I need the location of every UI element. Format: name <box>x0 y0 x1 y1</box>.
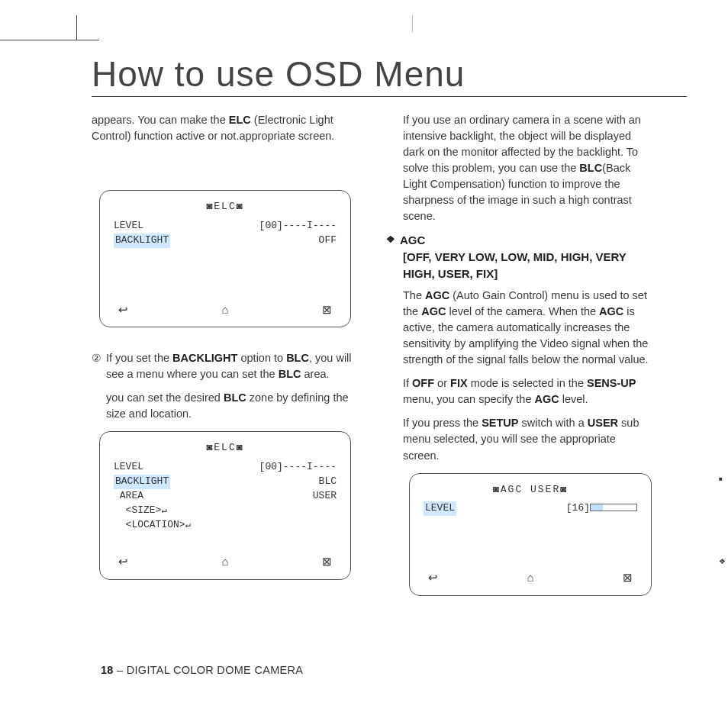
osd-backlight-value: OFF <box>319 234 337 248</box>
close-icon: ⊠ <box>322 301 332 318</box>
osd-backlight-value: BLC <box>319 475 337 489</box>
osd-backlight-label: BACKLIGHT <box>114 234 170 248</box>
diamond-icon: ❖ <box>386 232 395 249</box>
agc-options: [OFF, VERY LOW, LOW, MID, HIGH, VERY HIG… <box>403 249 653 282</box>
crop-mark-horizontal-left <box>0 40 99 40</box>
agc-label: AGC <box>400 232 425 249</box>
back-icon: ↩ <box>428 569 438 586</box>
agc-text-3: If you press the SETUP switch with a USE… <box>403 415 653 463</box>
enter-icon <box>161 504 166 516</box>
osd-title: ◙ELC◙ <box>114 441 337 456</box>
osd-elc-blc: ◙ELC◙ LEVEL [00]----I---- BACKLIGHT BLC … <box>99 431 351 580</box>
osd-level-value: [16] <box>566 501 637 516</box>
osd-level-value: [00]----I---- <box>259 460 337 475</box>
text: appears. You can make the <box>92 114 229 126</box>
home-icon: ⌂ <box>221 553 228 570</box>
close-icon: ⊠ <box>322 553 332 570</box>
osd-level-label: LEVEL <box>424 501 456 516</box>
close-icon: ⊠ <box>623 569 633 586</box>
home-icon: ⌂ <box>221 301 228 318</box>
step-2: ② If you set the BACKLIGHT option to BLC… <box>92 350 359 430</box>
osd-area-value: USER <box>313 489 337 504</box>
partial-right-item-2 <box>719 553 728 561</box>
page-number: 18 <box>101 664 114 676</box>
blc-explain-text: If you use an ordinary camera in a scene… <box>403 112 653 224</box>
osd-level-label: LEVEL <box>114 219 143 234</box>
crop-mark-vertical-mid <box>412 15 413 32</box>
elc-intro-text: appears. You can make the ELC (Electroni… <box>92 112 359 144</box>
osd-elc-off: ◙ELC◙ LEVEL [00]----I---- BACKLIGHT OFF … <box>99 190 351 327</box>
osd-area-label: AREA <box>114 489 143 504</box>
step2-text-1: If you set the BACKLIGHT option to BLC, … <box>106 350 359 382</box>
osd-level-label: LEVEL <box>114 460 143 475</box>
osd-title: ◙ELC◙ <box>114 200 337 214</box>
back-icon: ↩ <box>118 301 128 318</box>
back-icon: ↩ <box>118 553 128 570</box>
osd-location-label: <LOCATION> <box>114 518 191 533</box>
footer-doc-title: – DIGITAL COLOR DOME CAMERA <box>114 664 304 676</box>
osd-title: ◙AGC USER◙ <box>424 483 637 498</box>
agc-section-head: ❖ AGC <box>386 232 653 249</box>
slider-icon <box>590 504 637 511</box>
osd-level-value: [00]----I---- <box>259 219 337 234</box>
step-number: ② <box>92 350 101 430</box>
home-icon: ⌂ <box>527 569 533 586</box>
page-title: How to use OSD Menu <box>92 53 687 97</box>
agc-text-1: The AGC (Auto Gain Control) menu is used… <box>403 288 653 368</box>
step2-text-2: you can set the desired BLC zone by defi… <box>106 390 359 422</box>
osd-size-label: <SIZE> <box>114 504 167 518</box>
osd-agc-user: ◙AGC USER◙ LEVEL [16] ↩ ⌂ ⊠ <box>409 473 652 596</box>
crop-mark-vertical-left <box>76 15 77 40</box>
partial-right-item-1 <box>719 470 728 476</box>
left-column: appears. You can make the ELC (Electroni… <box>92 112 359 613</box>
right-column: If you use an ordinary camera in a scene… <box>386 112 653 613</box>
page-footer: 18 – DIGITAL COLOR DOME CAMERA <box>101 664 303 676</box>
enter-icon <box>185 519 191 530</box>
elc-term: ELC <box>229 114 251 126</box>
osd-backlight-label: BACKLIGHT <box>114 475 170 489</box>
agc-text-2: If OFF or FIX mode is selected in the SE… <box>403 375 653 407</box>
